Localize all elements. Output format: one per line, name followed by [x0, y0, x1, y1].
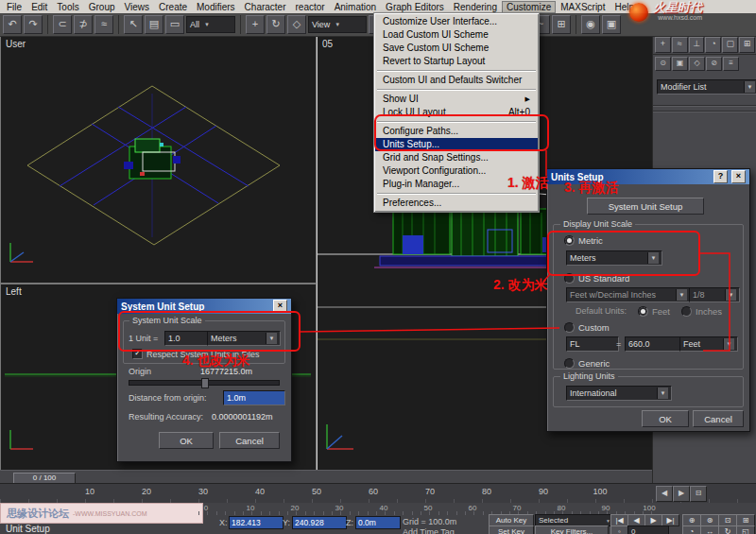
menu-item-lock-ui-layout[interactable]: Lock UI Layout Alt+0	[375, 106, 538, 119]
origin-slider[interactable]	[129, 380, 280, 386]
track-bar[interactable]: 10 20 30 40 50 60 70 80 90 100 ◀ ▶ ⊟	[0, 483, 756, 504]
menu-customize[interactable]: Customize	[502, 1, 556, 13]
system-unit-setup-button[interactable]: System Unit Setup	[587, 198, 704, 215]
us-standard-radio[interactable]: US Standard	[564, 273, 629, 284]
menu-reactor[interactable]: reactor	[291, 1, 330, 13]
key-mode-toggle-icon[interactable]: ◦	[610, 525, 628, 534]
x-coordinate-field[interactable]: 182.413	[229, 516, 284, 529]
us-fraction-dropdown[interactable]: 1/8 ▼	[689, 287, 740, 302]
metric-unit-dropdown[interactable]: Meters ▼	[566, 250, 662, 266]
select-by-name-icon[interactable]: ▤	[145, 15, 163, 34]
unlink-icon[interactable]: ⊅	[74, 15, 93, 34]
z-coordinate-field[interactable]: 0.0m	[355, 516, 401, 529]
maximize-viewport-icon[interactable]: ◱	[736, 525, 755, 534]
key-filters-button[interactable]: Key Filters...	[535, 525, 609, 534]
menu-item-units-setup[interactable]: Units Setup...	[375, 138, 538, 151]
remove-modifier-icon[interactable]: ⊘	[706, 57, 722, 71]
set-key-button[interactable]: Set Key	[489, 525, 534, 534]
reference-coordinate-dropdown[interactable]: View ▼	[308, 16, 367, 33]
pan-icon[interactable]: ↔	[700, 525, 719, 534]
system-unit-titlebar[interactable]: System Unit Setup ×	[117, 299, 291, 314]
units-setup-titlebar[interactable]: Units Setup ? ×	[547, 169, 749, 184]
modifier-list-dropdown[interactable]: Modifier List ▼	[657, 79, 756, 95]
configure-modifier-sets-icon[interactable]: ≡	[723, 57, 739, 71]
show-end-result-icon[interactable]: ▣	[672, 57, 688, 71]
viewport-user-label[interactable]: User	[6, 39, 26, 49]
unit-type-dropdown[interactable]: Meters ▼	[207, 331, 281, 346]
previous-key-icon[interactable]: ◀	[656, 486, 673, 502]
schematic-view-icon[interactable]: ⊞	[552, 15, 571, 34]
viewport-user[interactable]: User	[0, 36, 317, 284]
menu-modifiers[interactable]: Modifiers	[192, 1, 240, 13]
menu-create[interactable]: Create	[154, 1, 192, 13]
menu-item-configure-paths[interactable]: Configure Paths...	[375, 125, 538, 138]
render-setup-icon[interactable]: ▣	[602, 15, 621, 34]
viewport-left-label[interactable]: Left	[6, 286, 22, 297]
menu-animation[interactable]: Animation	[330, 1, 381, 13]
menu-item-customize-user-interface[interactable]: Customize User Interface...	[375, 15, 538, 28]
pin-stack-icon[interactable]: ⊙	[655, 57, 671, 71]
custom-name-field[interactable]: FL	[566, 336, 619, 352]
current-frame-field[interactable]: 0	[627, 525, 669, 534]
help-icon[interactable]: ?	[713, 170, 728, 183]
menu-file[interactable]: File	[2, 1, 26, 13]
select-and-scale-icon[interactable]: ◇	[287, 15, 306, 34]
menu-item-load-custom-ui-scheme[interactable]: Load Custom UI Scheme	[375, 28, 538, 42]
custom-radio[interactable]: Custom	[564, 322, 610, 333]
units-ok-button[interactable]: OK	[642, 410, 689, 427]
menu-views[interactable]: Views	[120, 1, 155, 13]
system-unit-cancel-button[interactable]: Cancel	[219, 432, 280, 449]
units-cancel-button[interactable]: Cancel	[693, 410, 744, 427]
default-inches-radio[interactable]: Inches	[681, 306, 722, 317]
system-unit-ok-button[interactable]: OK	[159, 432, 214, 449]
motion-tab-icon[interactable]: ◔	[705, 37, 721, 53]
us-standard-dropdown[interactable]: Feet w/Decimal Inches ▼	[566, 287, 691, 302]
arc-rotate-icon[interactable]: ↻	[718, 525, 737, 534]
respect-system-units-checkbox[interactable]: Respect System Units in Files	[132, 349, 260, 359]
mini-curve-editor-icon[interactable]: ⊟	[690, 486, 707, 502]
origin-slider-thumb[interactable]	[201, 378, 209, 388]
make-unique-icon[interactable]: ◇	[689, 57, 705, 71]
metric-radio[interactable]: Metric	[564, 235, 603, 246]
y-coordinate-field[interactable]: 240.928	[292, 516, 347, 529]
next-key-icon[interactable]: ▶	[673, 486, 690, 502]
menu-item-grid-and-snap-settings[interactable]: Grid and Snap Settings...	[375, 151, 538, 164]
default-feet-radio[interactable]: Feet	[638, 306, 670, 317]
menu-item-save-custom-ui-scheme[interactable]: Save Custom UI Scheme	[375, 42, 538, 55]
undo-icon[interactable]: ↶	[3, 15, 22, 34]
menu-item-custom-ui-defaults-switcher[interactable]: Custom UI and Defaults Switcher	[375, 74, 538, 87]
menu-item-show-ui[interactable]: Show UI ▶	[375, 93, 538, 106]
select-object-icon[interactable]: ↖	[124, 15, 143, 34]
generic-radio[interactable]: Generic	[564, 358, 610, 369]
menu-tools[interactable]: Tools	[52, 1, 83, 13]
custom-value-field[interactable]: 660.0	[625, 336, 681, 352]
time-slider-track[interactable]: 0 / 100	[0, 470, 652, 484]
menu-maxscript[interactable]: MAXScript	[556, 1, 610, 13]
menu-item-preferences[interactable]: Preferences...	[375, 197, 538, 210]
close-icon[interactable]: ×	[731, 170, 746, 183]
menu-edit[interactable]: Edit	[26, 1, 52, 13]
lighting-units-dropdown[interactable]: International ▼	[566, 386, 672, 401]
create-tab-icon[interactable]: +	[655, 37, 671, 53]
menu-character[interactable]: Character	[240, 1, 291, 13]
viewport-perspective-label[interactable]: 05	[322, 39, 333, 49]
menu-item-viewport-configuration[interactable]: Viewport Configuration...	[375, 164, 538, 178]
field-of-view-icon[interactable]: ◔	[682, 525, 701, 534]
bind-to-spacewarp-icon[interactable]: ≈	[94, 15, 113, 34]
add-time-tag[interactable]: Add Time Tag	[403, 527, 455, 534]
menu-group[interactable]: Group	[84, 1, 120, 13]
menu-item-plugin-manager[interactable]: Plug-in Manager...	[375, 178, 538, 191]
distance-from-origin-field[interactable]: 1.0m	[223, 390, 285, 405]
custom-unit-dropdown[interactable]: Feet ▼	[679, 336, 738, 352]
link-icon[interactable]: ⊂	[53, 15, 72, 34]
material-editor-icon[interactable]: ◉	[581, 15, 600, 34]
select-and-move-icon[interactable]: +	[246, 15, 265, 34]
redo-icon[interactable]: ↷	[24, 15, 43, 34]
selection-region-icon[interactable]: ▭	[165, 15, 184, 34]
hierarchy-tab-icon[interactable]: ⊥	[689, 37, 705, 53]
close-icon[interactable]: ×	[273, 300, 287, 313]
menu-item-revert-to-startup-layout[interactable]: Revert to Startup Layout	[375, 55, 538, 68]
select-and-rotate-icon[interactable]: ↻	[266, 15, 285, 34]
display-tab-icon[interactable]: ▢	[722, 37, 738, 53]
modify-tab-icon[interactable]: ≈	[672, 37, 688, 53]
